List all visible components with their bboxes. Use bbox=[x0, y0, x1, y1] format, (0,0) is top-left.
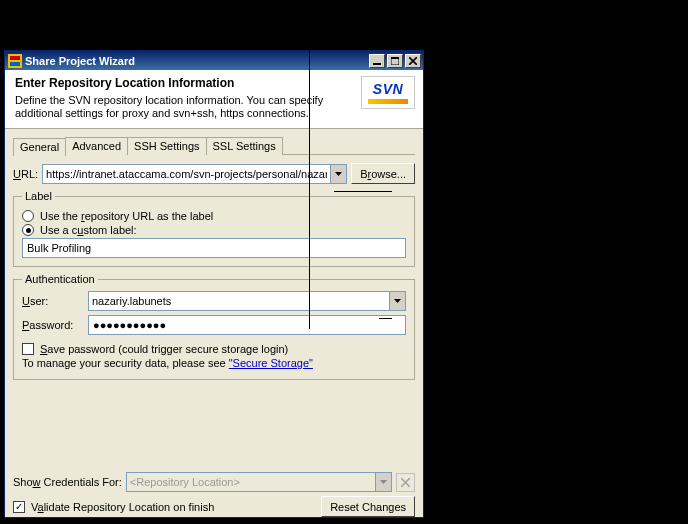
svg-rect-3 bbox=[373, 63, 381, 65]
user-input[interactable] bbox=[89, 292, 389, 310]
secure-storage-hint: To manage your security data, please see… bbox=[22, 357, 313, 369]
validate-checkbox[interactable] bbox=[13, 501, 25, 513]
tab-ssl-settings[interactable]: SSL Settings bbox=[206, 137, 283, 155]
tabstrip: General Advanced SSH Settings SSL Settin… bbox=[13, 137, 415, 155]
radio-use-custom[interactable] bbox=[22, 224, 34, 236]
svg-marker-9 bbox=[394, 299, 401, 303]
svg-rect-1 bbox=[10, 56, 20, 60]
page-title: Enter Repository Location Information bbox=[15, 76, 413, 90]
tab-advanced[interactable]: Advanced bbox=[65, 137, 128, 155]
show-credentials-dropdown-button bbox=[375, 473, 391, 491]
page-description: Define the SVN repository location infor… bbox=[15, 94, 413, 120]
password-input[interactable] bbox=[88, 315, 406, 335]
radio-use-url[interactable] bbox=[22, 210, 34, 222]
window-title: Share Project Wizard bbox=[25, 55, 369, 67]
reset-changes-button[interactable]: Reset Changes bbox=[321, 496, 415, 517]
show-credentials-label: Show Credentials For: bbox=[13, 476, 122, 488]
wizard-header: Enter Repository Location Information De… bbox=[5, 70, 423, 129]
show-credentials-input bbox=[127, 473, 375, 491]
radio-use-custom-label: Use a custom label: bbox=[40, 224, 137, 236]
url-input[interactable] bbox=[43, 165, 330, 183]
svg-rect-2 bbox=[10, 62, 20, 66]
label-legend: Label bbox=[22, 190, 55, 202]
delete-credentials-button bbox=[396, 473, 415, 492]
validate-label: Validate Repository Location on finish bbox=[31, 501, 214, 513]
svg-marker-8 bbox=[335, 172, 342, 176]
url-combo[interactable] bbox=[42, 164, 347, 184]
user-combo[interactable] bbox=[88, 291, 406, 311]
password-label: Password: bbox=[22, 319, 82, 331]
label-group: Label Use the repository URL as the labe… bbox=[13, 190, 415, 267]
svn-logo: SVN bbox=[361, 76, 415, 109]
wizard-window: Share Project Wizard Enter Repository Lo… bbox=[4, 50, 424, 518]
authentication-group: Authentication User: Password: Save pass… bbox=[13, 273, 415, 380]
maximize-button[interactable] bbox=[387, 54, 403, 68]
save-password-label: Save password (could trigger secure stor… bbox=[40, 343, 288, 355]
custom-label-input[interactable] bbox=[22, 238, 406, 258]
browse-button[interactable]: Browse... bbox=[351, 163, 415, 184]
url-dropdown-button[interactable] bbox=[330, 165, 346, 183]
svg-rect-5 bbox=[391, 57, 399, 59]
radio-use-url-label: Use the repository URL as the label bbox=[40, 210, 213, 222]
close-icon bbox=[401, 478, 410, 487]
minimize-button[interactable] bbox=[369, 54, 385, 68]
user-label: User: bbox=[22, 295, 82, 307]
tab-general[interactable]: General bbox=[13, 138, 66, 156]
show-credentials-combo bbox=[126, 472, 392, 492]
tab-ssh-settings[interactable]: SSH Settings bbox=[127, 137, 206, 155]
user-dropdown-button[interactable] bbox=[389, 292, 405, 310]
save-password-checkbox[interactable] bbox=[22, 343, 34, 355]
close-button[interactable] bbox=[405, 54, 421, 68]
svg-marker-10 bbox=[380, 480, 387, 484]
titlebar[interactable]: Share Project Wizard bbox=[5, 51, 423, 70]
app-icon bbox=[8, 54, 22, 68]
secure-storage-link[interactable]: "Secure Storage" bbox=[229, 357, 313, 369]
auth-legend: Authentication bbox=[22, 273, 98, 285]
url-label: URL: bbox=[13, 168, 38, 180]
